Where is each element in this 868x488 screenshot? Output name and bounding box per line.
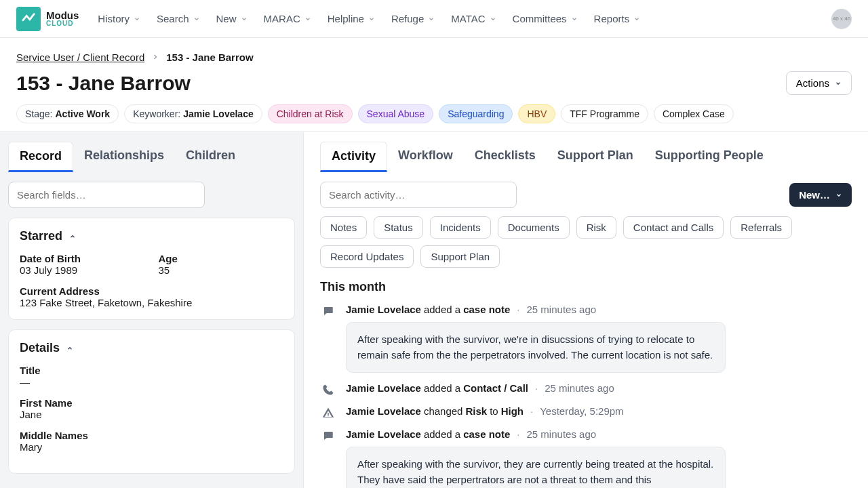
- chevron-down-icon: [193, 13, 200, 24]
- chevron-down-icon: [241, 13, 248, 24]
- logo-text: Modus CLOUD: [46, 10, 79, 27]
- filter-chip-status[interactable]: Status: [374, 216, 423, 239]
- avatar[interactable]: 40 x 40: [831, 9, 852, 29]
- flag-tag: Sexual Abuse: [358, 104, 434, 123]
- new-button-label: New…: [799, 189, 830, 201]
- address-field: Current Address 123 Fake Street, Faketow…: [20, 285, 283, 308]
- flag-tag: Children at Risk: [268, 104, 353, 123]
- nav-item-marac[interactable]: MARAC: [264, 13, 311, 24]
- tab-supporting-people[interactable]: Supporting People: [644, 142, 774, 172]
- tab-support-plan[interactable]: Support Plan: [547, 142, 644, 172]
- details-card: Details Title—First NameJaneMiddle Names…: [8, 329, 295, 474]
- activity-item: Jamie Lovelace added a Contact / Call·25…: [320, 382, 852, 396]
- nav-item-history[interactable]: History: [98, 13, 140, 24]
- activity-item: Jamie Lovelace changed Risk to High·Yest…: [320, 405, 852, 419]
- activity-toolbar: New…: [320, 182, 852, 208]
- tab-relationships[interactable]: Relationships: [73, 142, 175, 172]
- detail-field: First NameJane: [20, 397, 283, 420]
- left-tabs: RecordRelationshipsChildren: [8, 142, 295, 172]
- detail-field: Title—: [20, 365, 283, 388]
- nav-item-matac[interactable]: MATAC: [451, 13, 496, 24]
- chevron-down-icon: [571, 13, 578, 24]
- filter-chip-notes[interactable]: Notes: [320, 216, 367, 239]
- search-activity-input[interactable]: [320, 182, 517, 208]
- chevron-up-icon: [69, 233, 76, 240]
- filter-chip-support-plan[interactable]: Support Plan: [420, 245, 500, 268]
- top-nav: Modus CLOUD HistorySearchNewMARACHelplin…: [0, 0, 868, 38]
- flag-tag: Complex Case: [654, 104, 734, 123]
- flag-tag: Safeguarding: [439, 104, 513, 123]
- filter-chip-contact-and-calls[interactable]: Contact and Calls: [623, 216, 724, 239]
- flag-tag: HBV: [518, 104, 555, 123]
- detail-field: Middle NamesMary: [20, 430, 283, 453]
- page-header: Service User / Client Record 153 - Jane …: [0, 38, 868, 131]
- starred-card: Starred Date of Birth 03 July 1989 Age 3…: [8, 218, 295, 320]
- right-pane: ActivityWorkflowChecklistsSupport PlanSu…: [304, 132, 868, 488]
- tag-row: Stage: Active Work Keyworker: Jamie Love…: [16, 104, 852, 123]
- chevron-right-icon: [151, 52, 159, 63]
- filter-chip-risk[interactable]: Risk: [576, 216, 616, 239]
- nav-item-reports[interactable]: Reports: [594, 13, 641, 24]
- starred-header[interactable]: Starred: [20, 229, 283, 243]
- nav-item-helpline[interactable]: Helpline: [328, 13, 375, 24]
- chevron-down-icon: [490, 13, 496, 24]
- warn-icon: [320, 405, 336, 419]
- search-fields-input[interactable]: [8, 182, 205, 208]
- age-field: Age 35: [159, 253, 284, 276]
- activity-section-heading: This month: [320, 280, 852, 294]
- breadcrumb: Service User / Client Record 153 - Jane …: [16, 52, 852, 63]
- filter-chip-referrals[interactable]: Referrals: [730, 216, 792, 239]
- nav-item-committees[interactable]: Committees: [513, 13, 578, 24]
- actions-button-label: Actions: [796, 77, 829, 89]
- chevron-down-icon: [134, 13, 140, 24]
- case-note-body: After speaking with the survivor, we're …: [346, 322, 726, 373]
- logo[interactable]: Modus CLOUD: [16, 7, 79, 31]
- flag-tag: TFF Programme: [561, 104, 648, 123]
- chat-icon: [320, 304, 336, 373]
- phone-icon: [320, 382, 336, 396]
- logo-mark-icon: [16, 7, 41, 31]
- tab-activity[interactable]: Activity: [320, 142, 387, 172]
- tab-record[interactable]: Record: [8, 142, 73, 172]
- activity-line: Jamie Lovelace changed Risk to High·Yest…: [346, 405, 852, 417]
- dob-field: Date of Birth 03 July 1989: [20, 253, 145, 276]
- chevron-down-icon: [368, 13, 375, 24]
- details-title: Details: [20, 341, 60, 355]
- tab-children[interactable]: Children: [175, 142, 246, 172]
- nav-item-search[interactable]: Search: [157, 13, 200, 24]
- filter-chip-record-updates[interactable]: Record Updates: [320, 245, 414, 268]
- new-button[interactable]: New…: [789, 183, 852, 207]
- activity-list: Jamie Lovelace added a case note·25 minu…: [320, 304, 852, 488]
- chevron-down-icon: [835, 80, 842, 87]
- breadcrumb-current: 153 - Jane Barrow: [166, 52, 253, 63]
- left-pane: RecordRelationshipsChildren Starred Date…: [0, 132, 304, 488]
- stage-tag: Stage: Active Work: [16, 104, 119, 123]
- activity-line: Jamie Lovelace added a Contact / Call·25…: [346, 382, 852, 394]
- details-header[interactable]: Details: [20, 341, 283, 355]
- chevron-down-icon: [428, 13, 435, 24]
- activity-item: Jamie Lovelace added a case note·25 minu…: [320, 304, 852, 373]
- tab-workflow[interactable]: Workflow: [387, 142, 464, 172]
- activity-line: Jamie Lovelace added a case note·25 minu…: [346, 304, 852, 315]
- chevron-down-icon: [304, 13, 311, 24]
- breadcrumb-root[interactable]: Service User / Client Record: [16, 52, 144, 63]
- nav-item-new[interactable]: New: [216, 13, 248, 24]
- tab-checklists[interactable]: Checklists: [464, 142, 547, 172]
- keyworker-tag: Keyworker: Jamie Lovelace: [124, 104, 262, 123]
- chevron-down-icon: [633, 13, 640, 24]
- filter-chip-incidents[interactable]: Incidents: [430, 216, 491, 239]
- right-tabs: ActivityWorkflowChecklistsSupport PlanSu…: [320, 142, 852, 172]
- case-note-body: After speaking with the survivor, they a…: [346, 447, 726, 488]
- main-split: RecordRelationshipsChildren Starred Date…: [0, 131, 868, 488]
- actions-button[interactable]: Actions: [786, 71, 852, 95]
- filter-chip-documents[interactable]: Documents: [498, 216, 570, 239]
- nav-item-refuge[interactable]: Refuge: [391, 13, 435, 24]
- activity-item: Jamie Lovelace added a case note·25 minu…: [320, 428, 852, 488]
- chat-icon: [320, 428, 336, 488]
- chevron-up-icon: [66, 345, 73, 352]
- activity-filters: NotesStatusIncidentsDocumentsRiskContact…: [320, 216, 852, 268]
- starred-title: Starred: [20, 229, 62, 243]
- chevron-down-icon: [835, 192, 842, 199]
- nav-links: HistorySearchNewMARACHelplineRefugeMATAC…: [98, 13, 831, 24]
- page-title: 153 - Jane Barrow: [16, 72, 191, 95]
